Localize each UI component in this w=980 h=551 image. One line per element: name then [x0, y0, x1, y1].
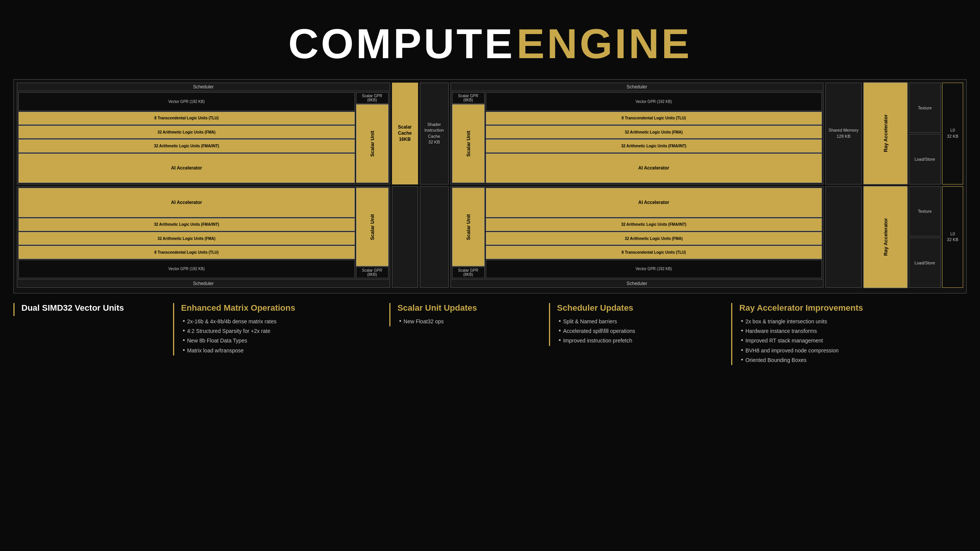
scalar-list: ■New Float32 ops — [397, 317, 545, 326]
vector-gpr-b1: Vector GPR (192 KB) — [18, 260, 355, 279]
scheduler-title: Scheduler Updates — [557, 303, 727, 313]
left-simd-block: Scheduler Vector GPR (192 KB) 8 Transcen… — [17, 83, 390, 184]
ray-cluster-top: Ray Accelerator Texture Load/Store L0 32… — [864, 83, 963, 184]
scheduler-label-1: Scheduler — [17, 83, 390, 91]
scalar-unit-b1: Scalar Unit — [356, 188, 389, 266]
scalar-gpr-1: Scalar GPR (8KB) — [356, 92, 389, 104]
ray-list: ■2x box & triangle intersection units ■H… — [739, 317, 967, 365]
scheduler-item-3: ■Improved instruction prefetch — [559, 336, 727, 346]
shared-memory-bottom — [825, 186, 862, 288]
shader-instruction-cache: Shader Instruction Cache 32 KB — [420, 83, 449, 184]
matrix-list: ■2x-16b & 4x-8b/4b dense matrix rates ■4… — [181, 317, 385, 355]
matrix-item-2: ■4:2 Structured Sparsity for +2x rate — [183, 326, 385, 336]
tlu-1: 8 Transcendental Logic Units (TLU) — [18, 112, 355, 125]
fma-b1: 32 Arithmetic Logic Units (FMA) — [18, 232, 355, 245]
right-simd-block-top: Scheduler Scalar GPR (8KB) Scalar Unit V… — [451, 83, 824, 184]
fma-int-b2: 32 Arithmetic Logic Units (FMA/INT) — [486, 218, 822, 231]
ray-title: Ray Accelerator Improvements — [739, 303, 967, 313]
shader-cache-bottom — [420, 186, 449, 288]
scheduler-list: ■Split & Named barriers ■Accelerated spi… — [557, 317, 727, 346]
matrix-title: Enhanced Matrix Operations — [181, 303, 385, 313]
scheduler-annotation: Scheduler Updates ■Split & Named barrier… — [549, 303, 727, 346]
ray-item-4: ■BVH8 and improved node compression — [741, 346, 967, 355]
vector-gpr-b2: Vector GPR (192 KB) — [486, 260, 822, 279]
fma-int-2: 32 Arithmetic Logic Units (FMA/INT) — [486, 139, 822, 152]
scalar-gpr-b1: Scalar GPR (8KB) — [356, 267, 389, 278]
ray-cluster-bottom: Ray Accelerator Texture Load/Store L0 32… — [864, 186, 963, 288]
ray-item-2: ■Hardware instance transforms — [741, 326, 967, 336]
scheduler-label-b1: Scheduler — [17, 279, 390, 287]
vector-gpr-1: Vector GPR (192 KB) — [18, 92, 355, 111]
fma-b2: 32 Arithmetic Logic Units (FMA) — [486, 232, 822, 245]
scheduler-item-1: ■Split & Named barriers — [559, 317, 727, 326]
ai-accel-b2: AI Accelerator — [486, 188, 822, 217]
scalar-unit-1-top: Scalar Unit — [356, 104, 389, 183]
matrix-item-4: ■Matrix load w/transpose — [183, 346, 385, 355]
right-simd-block-bottom: Scalar Unit Scalar GPR (8KB) AI Accelera… — [451, 186, 824, 288]
scheduler-label-2: Scheduler — [451, 83, 823, 91]
ray-annotation: Ray Accelerator Improvements ■2x box & t… — [731, 303, 967, 365]
scalar-cache: Scalar Cache 16KB — [392, 83, 418, 184]
scheduler-item-2: ■Accelerated spill\fill operations — [559, 326, 727, 336]
scalar-gpr-2: Scalar GPR (8KB) — [452, 92, 485, 104]
top-row: Scheduler Vector GPR (192 KB) 8 Transcen… — [17, 83, 963, 184]
ai-accel-2: AI Accelerator — [486, 153, 822, 183]
ray-item-1: ■2x box & triangle intersection units — [741, 317, 967, 326]
ray-item-5: ■Oriented Bounding Boxes — [741, 355, 967, 365]
scalar-cache-bottom — [392, 186, 418, 288]
scalar-title: Scalar Unit Updates — [397, 303, 545, 313]
tlu-2: 8 Transcendental Logic Units (TLU) — [486, 112, 822, 125]
texture-1: Texture — [909, 83, 941, 133]
scalar-item-1: ■New Float32 ops — [399, 317, 545, 326]
scheduler-label-b2: Scheduler — [451, 279, 823, 287]
fma-2: 32 Arithmetic Logic Units (FMA) — [486, 126, 822, 139]
simd-annotation: Dual SIMD32 Vector Units — [13, 303, 169, 316]
ray-item-3: ■Improved RT stack management — [741, 336, 967, 346]
lo-2: L0 32 KB — [942, 186, 963, 288]
scalar-unit-2-top: Scalar Unit — [452, 104, 485, 183]
bottom-row: AI Accelerator 32 Arithmetic Logic Units… — [17, 186, 963, 288]
load-store-2: Load/Store — [909, 238, 941, 288]
scalar-annotation: Scalar Unit Updates ■New Float32 ops — [389, 303, 545, 326]
scalar-unit-b2: Scalar Unit — [452, 188, 485, 266]
ray-accelerator-2: Ray Accelerator — [864, 186, 908, 288]
title-engine: ENGINE — [516, 20, 692, 67]
matrix-annotation: Enhanced Matrix Operations ■2x-16b & 4x-… — [173, 303, 385, 355]
main-diagram: Scheduler Vector GPR (192 KB) 8 Transcen… — [13, 79, 967, 293]
fma-1: 32 Arithmetic Logic Units (FMA) — [18, 126, 355, 139]
shared-memory: Shared Memory 128 KB — [825, 83, 862, 184]
annotations-section: Dual SIMD32 Vector Units Enhanced Matrix… — [13, 303, 967, 365]
scalar-gpr-b2: Scalar GPR (8KB) — [452, 267, 485, 278]
simd-title: Dual SIMD32 Vector Units — [21, 303, 169, 313]
matrix-item-3: ■New 8b Float Data Types — [183, 336, 385, 346]
load-store-1: Load/Store — [909, 134, 941, 184]
left-simd-block-bottom: AI Accelerator 32 Arithmetic Logic Units… — [17, 186, 390, 288]
page-title: COMPUTE ENGINE — [0, 0, 980, 79]
ai-accel-b1: AI Accelerator — [18, 188, 355, 217]
tlu-b2: 8 Transcendental Logic Units (TLU) — [486, 246, 822, 259]
texture-2: Texture — [909, 186, 941, 236]
fma-int-1: 32 Arithmetic Logic Units (FMA/INT) — [18, 139, 355, 152]
ai-accel-1: AI Accelerator — [18, 153, 355, 183]
fma-int-b1: 32 Arithmetic Logic Units (FMA/INT) — [18, 218, 355, 231]
matrix-item-1: ■2x-16b & 4x-8b/4b dense matrix rates — [183, 317, 385, 326]
lo-1: L0 32 KB — [942, 83, 963, 184]
tlu-b1: 8 Transcendental Logic Units (TLU) — [18, 246, 355, 259]
title-compute: COMPUTE — [288, 20, 515, 67]
ray-accelerator-1: Ray Accelerator — [864, 83, 908, 184]
vector-gpr-2: Vector GPR (192 KB) — [486, 92, 822, 111]
